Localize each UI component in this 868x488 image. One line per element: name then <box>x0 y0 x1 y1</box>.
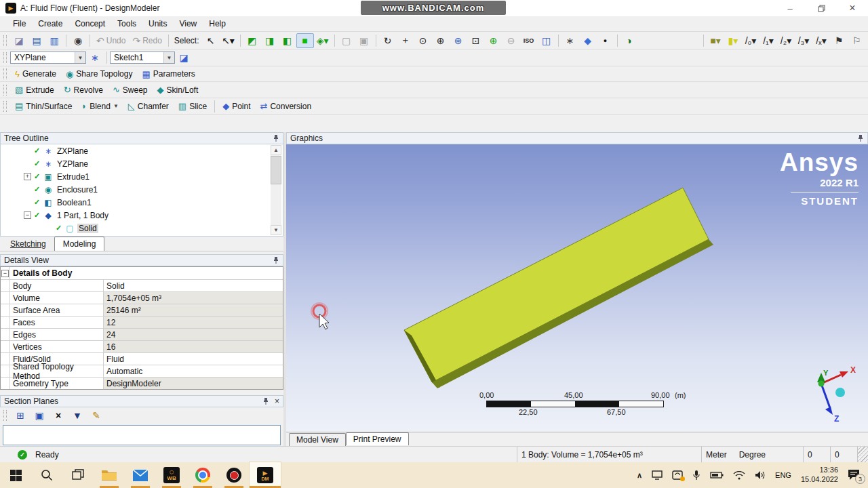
edge-direction-x-icon[interactable]: /ₓ▾ <box>812 33 830 48</box>
tab-print-preview[interactable]: Print Preview <box>346 432 409 445</box>
zoom-icon[interactable]: ⊙ <box>414 33 432 48</box>
edge-direction-3-icon[interactable]: /₃▾ <box>795 33 812 48</box>
scroll-up-icon[interactable]: ▲ <box>271 145 281 155</box>
point-button[interactable]: ◆Point <box>218 100 255 113</box>
plane-combobox[interactable]: XYPlane ▼ <box>10 52 86 64</box>
redo-button[interactable]: ↷Redo <box>129 35 165 47</box>
view-adjust-icon[interactable]: ◫ <box>538 33 555 48</box>
tray-clock[interactable]: 13:36 15.04.2022 <box>801 466 838 485</box>
pin-icon[interactable] <box>857 134 864 142</box>
duplicate-section-plane-icon[interactable]: ▣ <box>31 408 48 423</box>
iso-view-icon[interactable]: ISO <box>520 33 538 48</box>
notification-center-button[interactable]: 3 <box>848 469 861 481</box>
start-button[interactable] <box>0 462 31 488</box>
rotate-icon[interactable]: ↻ <box>379 33 397 48</box>
chamfer-button[interactable]: ◺Chamfer <box>123 100 174 113</box>
extrude-button[interactable]: ▧Extrude <box>10 83 59 96</box>
extend-selection-icon[interactable]: ▢ <box>338 33 355 48</box>
edit-section-plane-icon[interactable]: ✎ <box>87 408 105 423</box>
sweep-button[interactable]: ∿Sweep <box>108 83 153 96</box>
tree-item-yzplane[interactable]: ✓ ∗ YZPlane <box>1 157 283 170</box>
details-group-row[interactable]: − Details of Body <box>1 267 283 279</box>
save-project-icon[interactable]: ▤ <box>28 33 45 48</box>
tab-modeling[interactable]: Modeling <box>54 237 105 251</box>
orientation-triad[interactable]: X Z Y <box>817 365 856 424</box>
face-filter-icon[interactable]: ◧ <box>279 33 296 48</box>
zoom-in-icon[interactable]: ⊕ <box>432 33 450 48</box>
zoom-fit-icon[interactable]: ⊕ <box>485 33 502 48</box>
undo-button[interactable]: ↶Undo <box>93 35 129 47</box>
sketch-combobox[interactable]: Sketch1 ▼ <box>110 52 175 64</box>
zoom-magnifier-icon[interactable]: ⊛ <box>450 33 467 48</box>
shared-topology-value[interactable]: Automatic <box>104 365 283 377</box>
details-collapse-icon[interactable]: − <box>1 270 9 277</box>
tray-display-icon[interactable] <box>652 470 663 480</box>
new-section-plane-icon[interactable]: ⊞ <box>12 408 29 423</box>
sketch-combobox-arrow-icon[interactable]: ▼ <box>163 52 174 63</box>
point-display-icon[interactable]: ● <box>597 33 614 48</box>
edge-filter-icon[interactable]: ◨ <box>261 33 279 48</box>
close-button[interactable]: × <box>837 0 868 16</box>
menu-file[interactable]: File <box>7 18 32 30</box>
fluid-solid-value[interactable]: Fluid <box>104 353 283 365</box>
conversion-button[interactable]: ⇄Conversion <box>256 100 317 113</box>
taskbar-bandicam[interactable] <box>218 462 250 488</box>
tray-language[interactable]: ENG <box>775 471 791 479</box>
pin-icon[interactable] <box>262 397 269 405</box>
taskbar-ansys-workbench[interactable]: ⬡ WB <box>156 462 187 488</box>
tree-item-enclosure1[interactable]: ✓ ◉ Enclosure1 <box>1 183 283 196</box>
look-at-face-icon[interactable]: ◑ <box>620 33 638 48</box>
tab-sketching[interactable]: Sketching <box>2 237 54 251</box>
share-topology-button[interactable]: ◉Share Topology <box>61 68 138 81</box>
extend-selection-limits-icon[interactable]: ▣ <box>355 33 373 48</box>
save-as-icon[interactable]: ▥ <box>45 33 63 48</box>
scroll-down-icon[interactable]: ▼ <box>271 225 281 235</box>
resize-grip[interactable] <box>857 447 868 462</box>
file-icon[interactable]: ◪ <box>10 33 28 48</box>
tray-volume-icon[interactable] <box>755 470 766 480</box>
edge-color-swatch-icon[interactable]: ▮▾ <box>724 33 742 48</box>
tray-wifi-icon[interactable] <box>733 471 745 480</box>
taskbar-chrome[interactable] <box>187 462 218 488</box>
section-planes-list[interactable] <box>3 425 281 445</box>
zoom-previous-icon[interactable]: ⊖ <box>502 33 520 48</box>
tray-microphone-icon[interactable] <box>692 470 701 481</box>
taskbar-search-button[interactable] <box>31 462 62 488</box>
new-sketch-icon[interactable]: ◪ <box>175 50 193 65</box>
adjacency-filter-icon[interactable]: ◈▾ <box>314 33 332 48</box>
select-mode-dropdown-icon[interactable]: ↖▾ <box>220 33 237 48</box>
scroll-thumb[interactable] <box>271 156 281 184</box>
menu-create[interactable]: Create <box>32 18 68 30</box>
delete-section-plane-icon[interactable]: × <box>50 408 67 423</box>
body-filter-icon[interactable]: ■ <box>296 33 314 48</box>
edge-direction-1-icon[interactable]: /₁▾ <box>760 33 777 48</box>
minimize-button[interactable]: – <box>774 0 806 16</box>
blend-dropdown-icon[interactable]: ▼ <box>113 103 119 109</box>
tree-item-boolean1[interactable]: ✓ ◧ Boolean1 <box>1 196 283 209</box>
taskbar-file-explorer[interactable] <box>94 462 125 488</box>
edge-direction-0-icon[interactable]: /₀▾ <box>742 33 760 48</box>
tab-model-view[interactable]: Model View <box>289 433 346 446</box>
tray-battery-icon[interactable] <box>710 471 724 479</box>
tree-item-zxplane[interactable]: ✓ ∗ ZXPlane <box>1 144 283 157</box>
taskbar-designmodeler[interactable]: ▶ DM <box>250 462 281 488</box>
task-view-button[interactable] <box>62 462 94 488</box>
tree-scrollbar[interactable]: ▲ ▼ <box>271 145 281 235</box>
blend-button[interactable]: ◗Blend▼ <box>77 100 123 113</box>
vertex-display-icon[interactable]: ⚑ <box>830 33 848 48</box>
image-capture-icon[interactable]: ◉ <box>69 33 87 48</box>
generate-button[interactable]: ϟGenerate <box>10 68 61 81</box>
select-mode-icon[interactable]: ↖ <box>202 33 220 48</box>
parameters-button[interactable]: ▦Parameters <box>137 68 199 81</box>
pin-icon[interactable] <box>273 256 279 264</box>
3d-viewport[interactable]: X Z Y Ansys 2022 R1 STUDENT 0,00 4 <box>286 144 868 432</box>
plane-combobox-arrow-icon[interactable]: ▼ <box>75 52 85 63</box>
tree-item-part-body[interactable]: −✓ ◆ 1 Part, 1 Body <box>1 209 283 222</box>
pin-icon[interactable] <box>273 134 279 142</box>
body-value[interactable]: Solid <box>104 280 283 291</box>
skin-loft-button[interactable]: ◆Skin/Loft <box>153 83 203 96</box>
close-panel-icon[interactable]: × <box>275 396 279 406</box>
face-color-swatch-icon[interactable]: ■▾ <box>707 33 724 48</box>
slice-button[interactable]: ▥Slice <box>174 100 212 113</box>
tree-item-extrude1[interactable]: +✓ ▣ Extrude1 <box>1 170 283 183</box>
